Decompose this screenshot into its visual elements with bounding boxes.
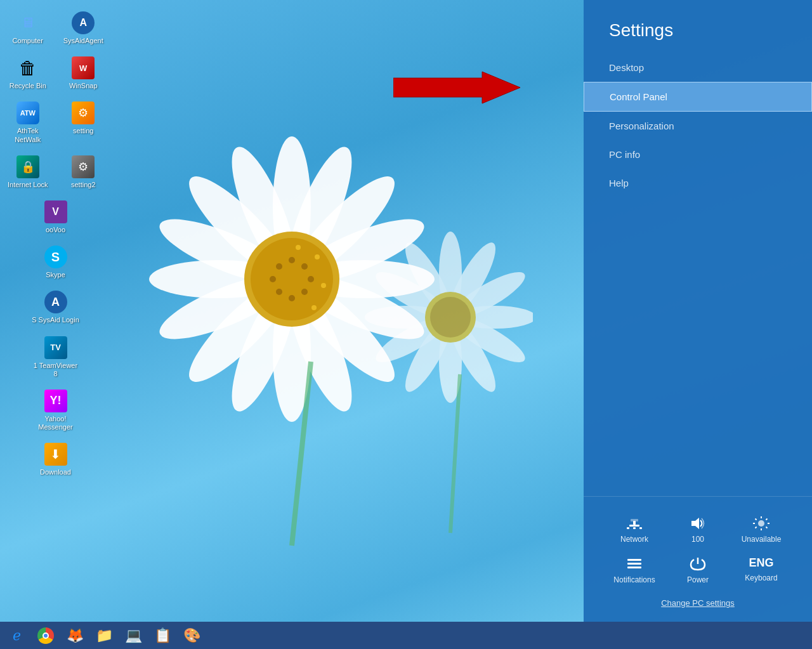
- svg-rect-47: [629, 525, 639, 527]
- skype-icon: S: [43, 244, 69, 270]
- desktop-icon-setting[interactable]: ⚙ setting: [56, 96, 110, 147]
- power-label: Power: [687, 575, 709, 584]
- svg-point-29: [311, 305, 317, 310]
- desktop-icon-yahoo[interactable]: Y! Yahoo! Messenger: [29, 384, 82, 435]
- settings-keyboard[interactable]: ENG Keyboard: [739, 556, 783, 584]
- svg-point-24: [270, 276, 276, 282]
- keyboard-lang-label: ENG: [749, 556, 773, 570]
- desktop: 🖥 Computer A SysAidAgent 🗑 Recycle Bin W: [0, 0, 812, 622]
- taskbar-firefox[interactable]: 🦊: [61, 624, 89, 648]
- oovoo-icon: V: [43, 199, 69, 225]
- settings-notifications[interactable]: Notifications: [612, 556, 657, 584]
- desktop-icon-skype[interactable]: S Skype: [29, 240, 82, 283]
- taskbar-paint[interactable]: 🎨: [178, 624, 206, 648]
- settings-item-control-panel[interactable]: Control Panel: [584, 82, 812, 112]
- svg-point-18: [289, 257, 295, 263]
- svg-marker-46: [393, 72, 520, 103]
- settings-bottom-row2: Notifications Power ENG Keyboard: [584, 550, 812, 591]
- task-icon: 📋: [154, 627, 171, 644]
- sysaid-login-label: S SysAid Login: [32, 316, 79, 324]
- svg-point-8: [273, 282, 311, 422]
- settings-power[interactable]: Power: [676, 556, 720, 584]
- download-label: Download: [40, 468, 71, 476]
- svg-point-38: [370, 309, 454, 370]
- desktop-icon-teamviewer[interactable]: TV 1 TeamViewer 8: [29, 331, 82, 382]
- svg-rect-65: [627, 567, 641, 568]
- svg-point-37: [398, 314, 459, 397]
- taskbar-task[interactable]: 📋: [148, 624, 176, 648]
- desktop-icon-setting2[interactable]: ⚙ setting2: [56, 150, 110, 193]
- winsnap-label: WinSnap: [69, 82, 98, 90]
- svg-point-17: [251, 238, 333, 320]
- svg-point-25: [276, 263, 282, 270]
- desktop-icon-download[interactable]: ⬇ Download: [29, 438, 82, 480]
- daisy-background: [114, 13, 533, 584]
- settings-item-pc-info[interactable]: PC info: [584, 140, 812, 169]
- svg-point-4: [295, 260, 435, 298]
- settings-volume[interactable]: 100: [676, 516, 720, 544]
- svg-rect-49: [633, 527, 636, 529]
- svg-point-15: [219, 140, 308, 284]
- svg-point-14: [178, 165, 303, 291]
- svg-point-23: [276, 289, 282, 295]
- taskbar-ie[interactable]: ℯ: [3, 624, 30, 648]
- explorer-icon: 💻: [125, 627, 142, 644]
- settings-item-help[interactable]: Help: [584, 169, 812, 197]
- desktop-icons-area: 🖥 Computer A SysAidAgent 🗑 Recycle Bin W: [0, 0, 111, 622]
- network-icon: [625, 516, 643, 531]
- change-pc-settings-link[interactable]: Change PC settings: [584, 591, 812, 615]
- setting2-icon: ⚙: [70, 154, 96, 180]
- svg-point-39: [365, 306, 447, 329]
- desktop-icon-athtek[interactable]: ATW AthTek NetWalk: [1, 96, 55, 147]
- desktop-icon-computer[interactable]: 🖥 Computer: [1, 6, 55, 49]
- svg-point-30: [439, 232, 462, 314]
- settings-brightness[interactable]: Unavailable: [739, 516, 783, 544]
- taskbar: ℯ 🦊 📁 💻 📋 🎨: [0, 622, 812, 649]
- desktop-icon-recycle-bin[interactable]: 🗑 Recycle Bin: [1, 51, 55, 94]
- desktop-icon-oovoo[interactable]: V ooVoo: [29, 195, 82, 238]
- svg-point-35: [442, 314, 503, 397]
- svg-point-6: [280, 268, 406, 393]
- svg-rect-48: [627, 527, 629, 529]
- desktop-icon-ilock[interactable]: 🔒 Internet Lock: [1, 150, 55, 193]
- svg-point-36: [439, 320, 462, 403]
- svg-point-0: [273, 136, 311, 276]
- recycle-bin-icon: 🗑: [15, 55, 41, 81]
- svg-point-22: [289, 295, 295, 301]
- svg-point-54: [758, 520, 764, 527]
- svg-point-16: [244, 232, 339, 327]
- svg-point-3: [287, 207, 431, 296]
- svg-rect-63: [627, 559, 641, 561]
- volume-label: 100: [691, 535, 704, 544]
- settings-bottom: Network 100: [584, 496, 812, 622]
- taskbar-chrome[interactable]: [32, 624, 60, 648]
- svg-line-62: [756, 527, 757, 528]
- svg-point-31: [442, 237, 503, 320]
- svg-marker-53: [691, 518, 699, 529]
- settings-item-desktop[interactable]: Desktop: [584, 53, 812, 82]
- svg-point-20: [308, 276, 314, 282]
- desktop-icon-winsnap[interactable]: W WinSnap: [56, 51, 110, 94]
- svg-point-41: [398, 237, 459, 320]
- taskbar-folder[interactable]: 📁: [90, 624, 118, 648]
- settings-spacer: [584, 197, 812, 496]
- desktop-icon-sysaid-login[interactable]: A S SysAid Login: [29, 285, 82, 328]
- teamviewer-icon: TV: [43, 335, 69, 360]
- svg-line-59: [756, 519, 757, 520]
- folder-icon: 📁: [96, 627, 113, 644]
- settings-network[interactable]: Network: [612, 516, 657, 544]
- svg-point-21: [301, 289, 308, 295]
- oovoo-label: ooVoo: [46, 226, 65, 234]
- settings-item-personalization[interactable]: Personalization: [584, 112, 812, 140]
- taskbar-explorer[interactable]: 💻: [119, 624, 147, 648]
- svg-point-10: [178, 268, 303, 393]
- volume-icon: [689, 516, 707, 531]
- desktop-icon-sysaidagent[interactable]: A SysAidAgent: [56, 6, 110, 49]
- svg-point-32: [447, 265, 530, 325]
- svg-point-43: [430, 297, 471, 338]
- network-label: Network: [620, 535, 648, 544]
- athtek-icon: ATW: [15, 100, 41, 126]
- sysaidagent-icon: A: [70, 10, 96, 36]
- svg-point-12: [149, 260, 289, 298]
- teamviewer-label: 1 TeamViewer 8: [31, 362, 80, 378]
